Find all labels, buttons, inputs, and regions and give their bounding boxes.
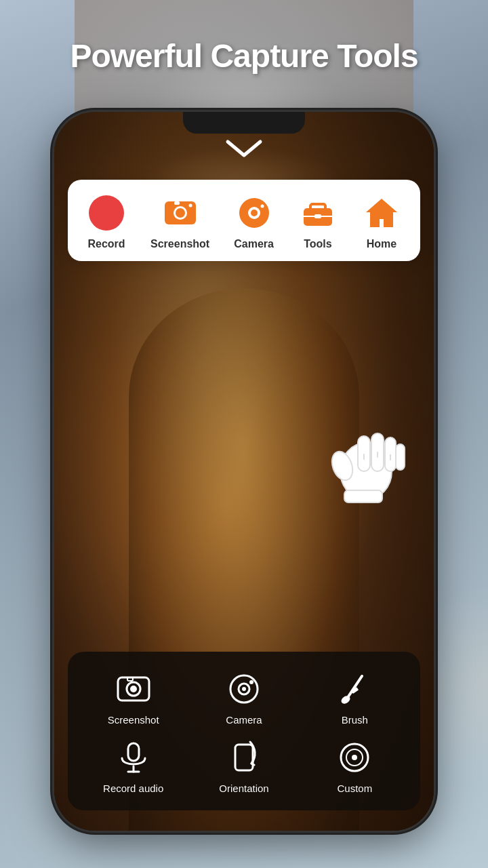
bottom-menu-panel: Screenshot Camera	[68, 652, 420, 810]
svg-rect-10	[310, 204, 325, 210]
swipe-indicator	[224, 138, 264, 162]
svg-point-2	[176, 208, 185, 218]
svg-rect-19	[396, 444, 405, 470]
toolbar-item-tools[interactable]: Tools	[298, 193, 338, 250]
toolbar-item-record[interactable]: Record	[87, 193, 126, 250]
menu-label-camera: Camera	[226, 714, 262, 726]
svg-point-4	[188, 204, 192, 208]
menu-label-custom: Custom	[337, 783, 372, 794]
menu-screenshot-icon	[115, 671, 152, 707]
toolbar-label-camera: Camera	[234, 238, 274, 250]
menu-item-camera[interactable]: Camera	[192, 671, 296, 726]
svg-rect-27	[127, 677, 133, 681]
menu-label-screenshot: Screenshot	[108, 714, 159, 726]
svg-point-30	[242, 687, 246, 691]
menu-microphone-icon	[115, 739, 152, 776]
svg-line-32	[348, 676, 362, 696]
phone-screen: Record Screenshot	[54, 112, 434, 831]
record-icon	[87, 193, 126, 233]
menu-label-brush: Brush	[342, 714, 368, 726]
screenshot-icon	[161, 193, 200, 233]
menu-brush-icon	[336, 671, 373, 707]
svg-rect-20	[344, 490, 382, 502]
svg-point-26	[130, 686, 137, 692]
svg-point-41	[352, 755, 357, 760]
svg-point-7	[251, 210, 258, 216]
toolbar-item-camera[interactable]: Camera	[234, 193, 274, 250]
menu-item-brush[interactable]: Brush	[303, 671, 407, 726]
menu-label-orientation: Orientation	[219, 783, 268, 794]
svg-rect-12	[314, 214, 321, 218]
tools-icon	[298, 193, 338, 233]
phone-frame: Record Screenshot	[54, 112, 434, 831]
menu-item-record-audio[interactable]: Record audio	[81, 739, 185, 794]
menu-label-record-audio: Record audio	[103, 783, 163, 794]
toolbar-label-home: Home	[367, 238, 396, 250]
menu-camera-icon	[226, 671, 262, 707]
camera-icon-toolbar	[235, 193, 274, 233]
page-title: Powerful Capture Tools	[0, 37, 488, 75]
toolbar-label-record: Record	[87, 238, 125, 250]
toolbar-item-home[interactable]: Home	[362, 193, 401, 250]
toolbar-card: Record Screenshot	[68, 180, 420, 261]
svg-rect-38	[235, 745, 253, 770]
hand-cursor	[325, 417, 413, 505]
phone-notch	[183, 112, 305, 134]
menu-item-custom[interactable]: Custom	[303, 739, 407, 794]
toolbar-label-screenshot: Screenshot	[150, 238, 209, 250]
toolbar-item-screenshot[interactable]: Screenshot	[150, 193, 209, 250]
svg-point-8	[260, 205, 264, 208]
menu-item-orientation[interactable]: Orientation	[192, 739, 296, 794]
menu-orientation-icon	[226, 739, 262, 776]
menu-item-screenshot[interactable]: Screenshot	[81, 671, 185, 726]
svg-marker-13	[366, 199, 397, 227]
svg-point-31	[249, 680, 253, 684]
svg-rect-3	[174, 201, 180, 205]
menu-custom-icon	[336, 739, 373, 776]
home-icon	[362, 193, 401, 233]
toolbar-label-tools: Tools	[304, 238, 331, 250]
svg-rect-35	[128, 743, 139, 761]
